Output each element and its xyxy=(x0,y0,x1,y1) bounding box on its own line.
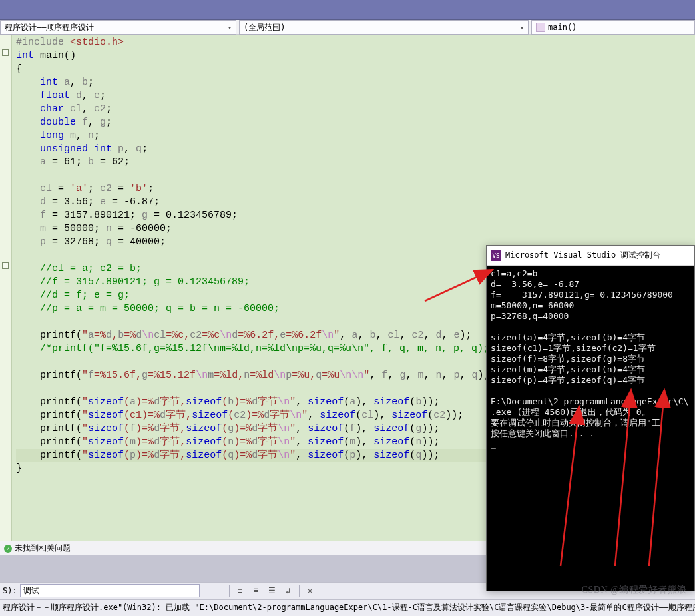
window-titlebar xyxy=(0,0,695,20)
collapse-toggle[interactable]: - xyxy=(2,262,9,269)
status-text: 未找到相关问题 xyxy=(15,543,71,554)
output-source-label: S): xyxy=(3,586,17,595)
scope-dropdown-text: (全局范围) xyxy=(244,22,285,33)
list-icon[interactable]: ☰ xyxy=(265,584,280,597)
indent-left-icon[interactable]: ≡ xyxy=(233,584,248,597)
watermark: CSDN @编程爱好者熊浪 xyxy=(582,584,687,596)
function-icon: ☰ xyxy=(536,23,545,32)
collapse-toggle[interactable]: - xyxy=(2,49,9,56)
member-dropdown-text: main() xyxy=(548,23,577,32)
clear-icon[interactable]: ✕ xyxy=(303,584,318,597)
scope-dropdown[interactable]: (全局范围) ▾ xyxy=(239,20,529,35)
project-dropdown[interactable]: 程序设计——顺序程序设计 ▾ xyxy=(0,20,236,35)
console-titlebar[interactable]: VS Microsoft Visual Studio 调试控制台 xyxy=(487,246,694,266)
output-text: 程序设计－－顺序程序设计.exe"(Win32): 已加载 "E:\Docume… xyxy=(0,599,695,616)
output-source-value: 调试 xyxy=(23,585,39,597)
output-source-combo[interactable]: 调试 xyxy=(20,584,200,597)
wrap-icon[interactable]: ↲ xyxy=(281,584,296,597)
check-icon: ✓ xyxy=(4,545,12,553)
indent-right-icon[interactable]: ≣ xyxy=(249,584,264,597)
console-title-text: Microsoft Visual Studio 调试控制台 xyxy=(505,250,660,261)
editor-gutter: - - xyxy=(0,35,12,541)
chevron-down-icon: ▾ xyxy=(228,24,232,31)
nav-bar: 程序设计——顺序程序设计 ▾ (全局范围) ▾ ☰ main() xyxy=(0,20,695,35)
debug-console-window[interactable]: VS Microsoft Visual Studio 调试控制台 c1=a,c2… xyxy=(486,245,695,591)
vs-icon: VS xyxy=(491,250,501,261)
project-dropdown-text: 程序设计——顺序程序设计 xyxy=(5,22,94,33)
member-dropdown[interactable]: ☰ main() xyxy=(531,20,695,35)
console-body[interactable]: c1=a,c2=bd= 3.56,e= -6.87f= 3157.890121,… xyxy=(487,266,694,452)
chevron-down-icon: ▾ xyxy=(520,24,524,31)
